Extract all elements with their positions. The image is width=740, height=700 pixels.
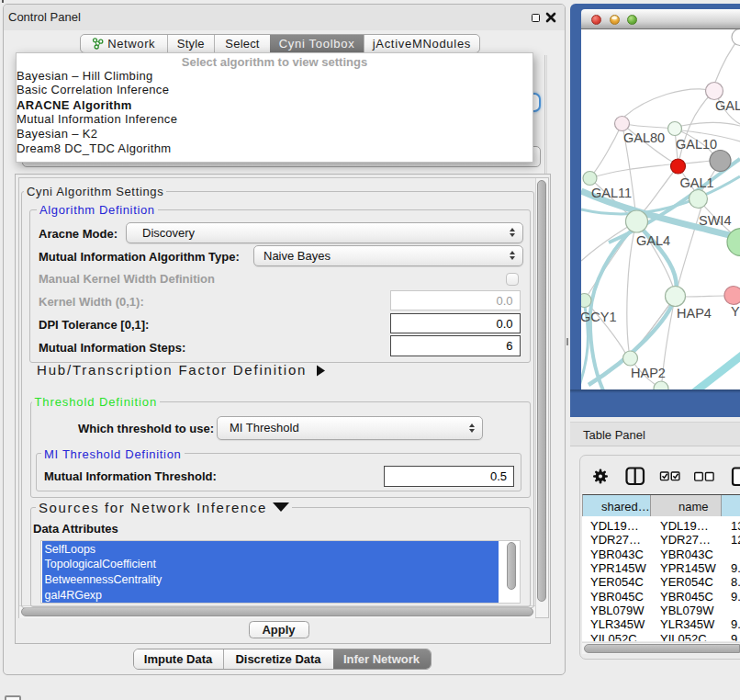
svg-text:HAP2: HAP2	[631, 366, 666, 380]
svg-text:GCY1: GCY1	[581, 310, 617, 324]
svg-text:HAP4: HAP4	[677, 306, 712, 321]
svg-text:GAL: GAL	[715, 98, 740, 113]
svg-text:GAL4: GAL4	[636, 233, 670, 248]
svg-text:GAL11: GAL11	[591, 186, 632, 200]
svg-text:Y: Y	[731, 304, 740, 319]
svg-text:GAL10: GAL10	[676, 137, 717, 152]
svg-text:SWI4: SWI4	[699, 213, 731, 228]
svg-text:GAL1: GAL1	[680, 175, 714, 190]
svg-text:GAL80: GAL80	[623, 130, 665, 145]
